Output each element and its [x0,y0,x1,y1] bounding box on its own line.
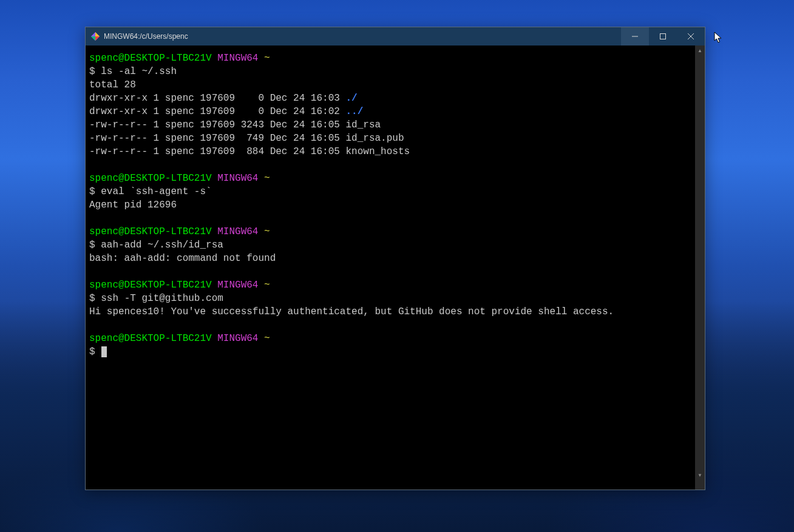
prompt-symbol: $ [89,186,95,197]
prompt-env: MINGW64 [217,173,258,184]
prompt-env: MINGW64 [217,53,258,64]
prompt-env: MINGW64 [217,226,258,237]
window-title: MINGW64:/c/Users/spenc [104,32,621,41]
prompt-path: ~ [264,173,270,184]
command-text: ls -al ~/.ssh [101,66,177,77]
prompt-env: MINGW64 [217,333,258,344]
terminal-window: MINGW64:/c/Users/spenc spenc@DESKTOP-LTB… [85,27,705,490]
output-line: Hi spences10! You've successfully authen… [89,306,614,317]
prompt-symbol: $ [89,240,95,251]
prompt-path: ~ [264,226,270,237]
scroll-track[interactable] [695,55,705,470]
terminal-body[interactable]: spenc@DESKTOP-LTBC21V MINGW64 ~ $ ls -al… [86,45,705,490]
prompt-user-host: spenc@DESKTOP-LTBC21V [89,280,212,291]
minimize-button[interactable] [621,27,649,45]
output-line: -rw-r--r-- 1 spenc 197609 884 Dec 24 16:… [89,146,410,157]
prompt-path: ~ [264,333,270,344]
prompt-path: ~ [264,280,270,291]
svg-rect-5 [660,34,666,39]
prompt-env: MINGW64 [217,280,258,291]
svg-marker-1 [95,32,100,36]
output-line: -rw-r--r-- 1 spenc 197609 3243 Dec 24 16… [89,120,381,130]
terminal-output: spenc@DESKTOP-LTBC21V MINGW64 ~ $ ls -al… [86,45,705,362]
text-cursor [101,346,107,357]
scroll-up-icon[interactable]: ▲ [695,45,705,55]
resize-grip[interactable] [695,480,705,490]
output-line: total 28 [89,79,136,90]
maximize-button[interactable] [649,27,677,45]
output-line: drwxr-xr-x 1 spenc 197609 0 Dec 24 16:03 [89,93,345,104]
prompt-user-host: spenc@DESKTOP-LTBC21V [89,53,212,64]
svg-marker-3 [91,36,95,41]
output-line: bash: aah-add: command not found [89,253,276,264]
command-text: ssh -T git@github.com [101,293,223,304]
command-text: eval `ssh-agent -s` [101,186,211,197]
output-line: -rw-r--r-- 1 spenc 197609 749 Dec 24 16:… [89,133,404,144]
app-icon [90,32,100,41]
command-text: aah-add ~/.ssh/id_rsa [101,240,223,251]
titlebar[interactable]: MINGW64:/c/Users/spenc [86,27,705,45]
prompt-user-host: spenc@DESKTOP-LTBC21V [89,333,212,344]
dir-link: ../ [345,106,363,117]
dir-link: ./ [345,93,357,104]
prompt-symbol: $ [89,293,95,304]
output-line: drwxr-xr-x 1 spenc 197609 0 Dec 24 16:02 [89,106,345,117]
prompt-user-host: spenc@DESKTOP-LTBC21V [89,226,212,237]
mouse-cursor-icon [714,32,722,44]
svg-marker-2 [95,36,100,41]
scroll-down-icon[interactable]: ▼ [695,470,705,480]
close-button[interactable] [677,27,705,45]
prompt-path: ~ [264,53,270,64]
output-line: Agent pid 12696 [89,200,177,210]
prompt-user-host: spenc@DESKTOP-LTBC21V [89,173,212,184]
vertical-scrollbar[interactable]: ▲ ▼ [695,45,705,480]
prompt-symbol: $ [89,66,95,77]
prompt-symbol: $ [89,346,95,357]
window-controls [621,27,705,45]
